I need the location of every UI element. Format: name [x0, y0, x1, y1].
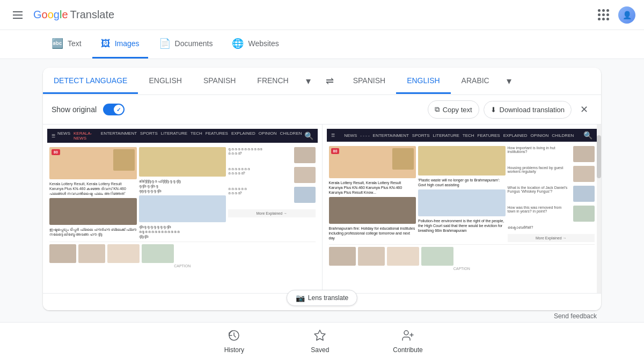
source-spanish-btn[interactable]: SPANISH [193, 69, 246, 94]
source-english-btn[interactable]: ENGLISH [138, 69, 192, 94]
target-person-4 [421, 247, 453, 266]
nav-saved[interactable]: Saved [298, 327, 341, 356]
tab-text[interactable]: 🔤 Text [43, 30, 90, 59]
source-person-2 [78, 244, 105, 263]
target-search-icon[interactable]: 🔍 [583, 131, 592, 140]
tab-websites-label: Websites [248, 39, 279, 48]
source-lang-group: DETECT LANGUAGE ENGLISH SPANISH FRENCH ▾ [43, 68, 317, 94]
contribute-icon [401, 329, 414, 344]
nav-tabs: 🔤 Text 🖼 Images 📄 Documents 🌐 Websites [0, 30, 644, 59]
main-content: DETECT LANGUAGE ENGLISH SPANISH FRENCH ▾… [0, 59, 644, 322]
lens-translate-label[interactable]: 📷 Lens translate [287, 290, 357, 306]
source-news-image-4 [139, 195, 226, 222]
svg-point-2 [404, 331, 408, 335]
download-translation-button[interactable]: ⬇ Download translation [484, 101, 572, 119]
language-selector-bar: DETECT LANGUAGE ENGLISH SPANISH FRENCH ▾… [43, 68, 601, 95]
target-person-3 [387, 247, 419, 266]
target-spanish-btn[interactable]: SPANISH [342, 69, 396, 94]
source-news-image-3 [139, 147, 226, 177]
translation-area: ☰ NEWS KERALA-NEWS ENTERTAINMENT SPORTS … [43, 125, 601, 293]
close-button[interactable]: ✕ [576, 99, 592, 120]
source-person-1 [49, 244, 76, 263]
tab-text-label: Text [68, 39, 82, 48]
toolbar-left: Show original ✓ [52, 104, 125, 115]
google-translate-logo: Google Translate [33, 9, 114, 21]
text-tab-icon: 🔤 [52, 38, 63, 49]
tab-images-label: Images [115, 39, 140, 48]
history-label: History [224, 346, 244, 354]
tab-websites[interactable]: 🌐 Websites [223, 30, 287, 59]
copy-text-label: Copy text [443, 106, 472, 114]
nav-history[interactable]: History [213, 327, 255, 356]
target-news-image-2 [329, 197, 416, 224]
bottom-navigation: History Saved Contribute [0, 322, 644, 358]
toolbar-row: Show original ✓ ⧉ Copy text ⬇ Download t… [43, 95, 601, 125]
send-feedback-link[interactable]: Send feedback [43, 310, 601, 322]
header-left: Google Translate [9, 7, 114, 23]
lens-icon: 📷 [296, 294, 305, 302]
download-icon: ⬇ [491, 106, 496, 114]
toolbar-right: ⧉ Copy text ⬇ Download translation ✕ [428, 99, 592, 120]
source-person-4 [142, 244, 174, 263]
target-caption-2: Brahmapuram fire: Holiday for educationa… [329, 226, 416, 240]
source-translation-pane: ☰ NEWS KERALA-NEWS ENTERTAINMENT SPORTS … [43, 125, 323, 293]
source-search-icon[interactable]: 🔍 [304, 131, 313, 140]
target-lang-group: SPANISH ENGLISH ARABIC ▾ [342, 68, 601, 94]
target-news-image-4 [418, 189, 506, 216]
source-caption-2: ഇഷ്ടപ്പെടും ടിപ്പർ ഫ്ലൈ ഹൗദ്ഹൗ ബ്ലേക്ക് … [49, 227, 137, 237]
source-caption-4: ദ്ദ്ദ ദ്ദ ദ്ദ ദ്ദ ദ്ദ ദ്ദ ദ്ദ ദ്ദ ദ്ദ്ദദ… [139, 224, 226, 239]
lens-translate-bar: 📷 Lens translate [43, 293, 601, 310]
tab-documents[interactable]: 📄 Documents [150, 30, 222, 59]
hamburger-menu-button[interactable] [9, 7, 27, 23]
source-caption-3: ഭ്ഭ്ദ്ദ്ദ്ദ്ദ്ദ ദ്ദ ദ ഫ്ദ്ദ്ദ്ദ്ദ്ദ ദ്ദ … [139, 179, 226, 193]
copy-icon: ⧉ [435, 105, 440, 114]
target-person-1 [329, 247, 356, 266]
show-original-label: Show original [52, 105, 97, 114]
target-news-image-1: 80 [329, 146, 416, 178]
target-caption-4: Pollution-free environment is the right … [418, 218, 506, 233]
header-right: 👤 [592, 4, 635, 26]
source-news-image-2 [49, 198, 137, 225]
target-translation-pane: ☰ NEWS - - - - ENTERTAINMENT SPORTS LITE… [323, 125, 602, 293]
target-person-2 [358, 247, 385, 266]
svg-marker-1 [314, 330, 325, 340]
images-tab-icon: 🖼 [101, 38, 111, 49]
apps-button[interactable] [592, 4, 614, 26]
download-translation-label: Download translation [500, 106, 565, 114]
tab-documents-label: Documents [175, 39, 213, 48]
show-original-toggle[interactable]: ✓ [103, 104, 125, 115]
contribute-label: Contribute [393, 346, 422, 354]
target-newspaper: ☰ NEWS - - - - ENTERTAINMENT SPORTS LITE… [323, 125, 602, 278]
copy-text-button[interactable]: ⧉ Copy text [428, 100, 479, 119]
detect-language-btn[interactable]: DETECT LANGUAGE [43, 69, 138, 94]
target-more-languages-btn[interactable]: ▾ [500, 68, 518, 94]
source-more-explained: More Explained → [228, 209, 316, 217]
translate-logo-text: Translate [70, 9, 115, 21]
saved-icon [313, 329, 326, 344]
swap-languages-btn[interactable]: ⇌ [317, 71, 342, 91]
source-newspaper: ☰ NEWS KERALA-NEWS ENTERTAINMENT SPORTS … [43, 125, 322, 275]
target-more-explained: More Explained → [508, 234, 595, 242]
header: Google Translate 👤 [0, 0, 644, 30]
tab-images[interactable]: 🖼 Images [92, 30, 148, 59]
account-avatar[interactable]: 👤 [618, 6, 635, 24]
saved-label: Saved [311, 346, 329, 354]
translator-card: DETECT LANGUAGE ENGLISH SPANISH FRENCH ▾… [43, 68, 601, 310]
websites-tab-icon: 🌐 [232, 38, 244, 49]
target-news-image-3 [418, 146, 506, 176]
source-french-btn[interactable]: FRENCH [246, 69, 299, 94]
target-arabic-btn[interactable]: ARABIC [451, 69, 500, 94]
documents-tab-icon: 📄 [159, 38, 171, 49]
scrollbar[interactable] [597, 125, 601, 293]
source-more-languages-btn[interactable]: ▾ [299, 68, 317, 94]
source-page-preview[interactable]: ☰ NEWS KERALA-NEWS ENTERTAINMENT SPORTS … [43, 125, 322, 293]
target-caption-1: Kerala Lottery Result, Kerala Lottery Re… [329, 180, 416, 195]
target-page-preview[interactable]: ☰ NEWS - - - - ENTERTAINMENT SPORTS LITE… [323, 125, 602, 293]
source-news-image-1: 80 [49, 147, 137, 179]
source-person-3 [107, 244, 140, 263]
lens-translate-text: Lens translate [308, 294, 348, 302]
source-caption-1: Kerala Lottery Result, Kerala Lottery Re… [49, 181, 137, 196]
nav-contribute[interactable]: Contribute [384, 327, 431, 356]
history-icon [228, 329, 240, 344]
target-english-btn[interactable]: ENGLISH [396, 69, 450, 94]
